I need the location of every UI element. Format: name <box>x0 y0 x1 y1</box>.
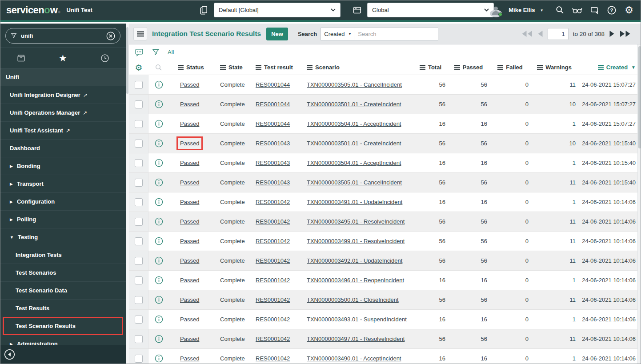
list-filter-funnel-icon[interactable] <box>152 48 160 56</box>
status-link[interactable]: Passed <box>180 238 199 244</box>
test-result-link[interactable]: RES0001042 <box>256 218 290 225</box>
sidebar-nav-item[interactable]: Unifi Operations Manager ↗ <box>0 104 126 122</box>
row-checkbox[interactable] <box>135 237 143 245</box>
application-picker-icon[interactable] <box>351 4 363 16</box>
navigator-filter[interactable] <box>5 28 120 44</box>
sidebar-nav-item[interactable]: ▶ Polling <box>0 211 126 228</box>
status-link[interactable]: Passed <box>180 296 199 303</box>
scenario-link[interactable]: TXN0000003493.01 - SuspendIncident <box>307 316 407 323</box>
test-result-link[interactable]: RES0001044 <box>256 120 290 127</box>
scenario-link[interactable]: TXN0000003497.01 - ResolveIncident <box>307 336 405 342</box>
list-scrollbar-thumb[interactable] <box>638 46 641 148</box>
collapse-navigator-icon[interactable] <box>4 349 15 360</box>
scenario-link[interactable]: TXN0000003504.01 - AcceptIncident <box>307 120 401 127</box>
row-checkbox[interactable] <box>135 316 143 324</box>
list-context-menu-button[interactable] <box>133 27 147 40</box>
info-icon[interactable] <box>155 276 163 284</box>
test-result-link[interactable]: RES0001043 <box>256 179 290 186</box>
sidebar-nav-item[interactable]: Dashboard <box>0 140 126 157</box>
settings-gear-icon[interactable]: ⚙ <box>622 4 636 17</box>
sidebar-nav-item[interactable]: Unifi <box>0 68 126 86</box>
status-link[interactable]: Passed <box>180 101 199 108</box>
column-header-failed[interactable]: Failed <box>489 64 531 71</box>
row-checkbox[interactable] <box>135 335 143 343</box>
row-checkbox[interactable] <box>135 198 143 206</box>
scenario-link[interactable]: TXN0000003496.01 - ReopenIncident <box>307 277 404 284</box>
info-icon[interactable] <box>155 217 163 226</box>
scenario-link[interactable]: TXN0000003499.01 - ResolveIncident <box>307 238 405 244</box>
scenario-link[interactable]: TXN0000003505.01 - CancelIncident <box>307 81 402 88</box>
status-link[interactable]: Passed <box>180 140 199 147</box>
column-header-total[interactable]: Total <box>413 64 448 71</box>
info-icon[interactable] <box>155 159 163 167</box>
test-result-link[interactable]: RES0001042 <box>256 238 290 244</box>
info-icon[interactable] <box>155 100 163 108</box>
column-header-test-result[interactable]: Test result <box>251 64 302 71</box>
status-link[interactable]: Passed <box>180 336 199 342</box>
status-link[interactable]: Passed <box>180 355 199 362</box>
help-icon[interactable]: ? <box>605 4 618 17</box>
user-menu-caret-icon[interactable]: ▾ <box>541 8 543 12</box>
row-checkbox[interactable] <box>135 179 143 187</box>
row-checkbox[interactable] <box>135 100 143 108</box>
row-checkbox[interactable] <box>135 257 143 265</box>
test-result-link[interactable]: RES0001042 <box>256 199 290 205</box>
sidebar-nav-item[interactable]: Test Scenario Results <box>0 317 126 335</box>
row-checkbox[interactable] <box>135 218 143 226</box>
status-link[interactable]: Passed <box>180 120 199 127</box>
info-icon[interactable] <box>155 237 163 245</box>
info-icon[interactable] <box>155 296 163 304</box>
last-page-button[interactable] <box>619 30 631 37</box>
user-avatar[interactable] <box>490 4 502 16</box>
scenario-link[interactable]: TXN0000003501.01 - CreateIncident <box>307 140 401 147</box>
navigator-filter-input[interactable] <box>21 32 106 39</box>
test-result-link[interactable]: RES0001042 <box>256 277 290 284</box>
status-link[interactable]: Passed <box>180 257 199 264</box>
row-checkbox[interactable] <box>135 120 143 128</box>
status-link[interactable]: Passed <box>180 81 199 88</box>
tab-all-applications[interactable] <box>0 53 42 63</box>
info-icon[interactable] <box>155 120 163 128</box>
chat-feedback-icon[interactable] <box>588 4 601 17</box>
test-result-link[interactable]: RES0001044 <box>256 81 290 88</box>
sidebar-nav-item[interactable]: Integration Tests <box>0 246 126 264</box>
status-link[interactable]: Passed <box>180 199 199 205</box>
test-result-link[interactable]: RES0001042 <box>256 257 290 264</box>
sidebar-nav-item[interactable]: Test Scenarios <box>0 264 126 282</box>
breadcrumb-all[interactable]: All <box>168 49 174 56</box>
column-header-created[interactable]: Created ▼ <box>578 64 641 71</box>
row-checkbox[interactable] <box>135 355 143 363</box>
application-select[interactable]: Global <box>367 3 494 17</box>
sidebar-nav-item[interactable]: ▶ Bonding <box>0 157 126 175</box>
sidebar-nav-item[interactable]: ▶ Transport <box>0 175 126 193</box>
test-result-link[interactable]: RES0001042 <box>256 336 290 342</box>
status-link[interactable]: Passed <box>180 160 199 166</box>
row-checkbox[interactable] <box>135 159 143 167</box>
status-link[interactable]: Passed <box>180 277 199 284</box>
scenario-link[interactable]: TXN0000003492.01 - UpdateIncident <box>307 257 402 264</box>
info-icon[interactable] <box>155 178 163 187</box>
list-personalize-gear[interactable]: ⚙ <box>129 63 148 72</box>
update-set-select[interactable]: Default [Global] <box>214 3 341 17</box>
column-header-status[interactable]: Status <box>169 64 216 71</box>
tab-history[interactable] <box>84 53 126 63</box>
column-header-scenario[interactable]: Scenario <box>302 64 413 71</box>
row-checkbox[interactable] <box>135 140 143 148</box>
test-result-link[interactable]: RES0001044 <box>256 101 290 108</box>
sidebar-nav-item[interactable]: Test Scenario Data <box>0 282 126 300</box>
clear-filter-icon[interactable] <box>106 31 116 41</box>
scenario-link[interactable]: TXN0000003500.01 - CloseIncident <box>307 296 399 303</box>
sidebar-nav-item[interactable]: ▼ Testing <box>0 228 126 246</box>
sidebar-scrollbar[interactable] <box>126 24 129 364</box>
row-checkbox[interactable] <box>135 276 143 284</box>
impersonate-glasses-icon[interactable] <box>570 4 584 17</box>
status-link[interactable]: Passed <box>180 218 199 225</box>
info-icon[interactable] <box>155 80 163 89</box>
global-search-icon[interactable] <box>553 4 566 17</box>
scenario-link[interactable]: TXN0000003501.01 - CreateIncident <box>307 101 401 108</box>
next-page-button[interactable] <box>609 30 615 37</box>
search-column-select[interactable]: Created ▾ <box>320 28 354 40</box>
first-page-button[interactable] <box>521 30 533 37</box>
list-search-input[interactable] <box>354 28 438 40</box>
sidebar-nav-item[interactable]: Unifi Integration Designer ↗ <box>0 86 126 104</box>
